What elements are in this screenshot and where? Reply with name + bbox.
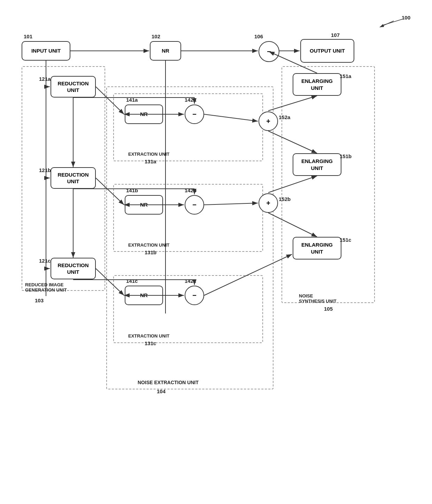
- svg-line-36: [383, 19, 402, 25]
- nr-141a-box: NR: [125, 104, 163, 124]
- extraction-unit-b-dashed: [113, 184, 263, 252]
- circle-142c: −: [185, 286, 204, 305]
- enlarging-unit-c-box: ENLARGING UNIT: [293, 237, 341, 259]
- extraction-label-c: EXTRACTION UNIT: [128, 333, 169, 339]
- ref-151c: 151c: [340, 237, 351, 243]
- ref-131c: 131c: [145, 340, 156, 346]
- ref-142b: 142b: [185, 187, 196, 193]
- output-unit-box: OUTPUT UNIT: [300, 39, 354, 63]
- ref-105: 105: [324, 306, 333, 312]
- ref-152b: 152b: [279, 196, 291, 202]
- ref-131a: 131a: [145, 158, 156, 164]
- ref-151a: 151a: [340, 73, 351, 79]
- ref-102: 102: [152, 33, 160, 39]
- ref-142c: 142c: [185, 278, 196, 284]
- extraction-label-b: EXTRACTION UNIT: [128, 242, 169, 248]
- ref-131b: 131b: [145, 249, 156, 255]
- ref-100: 100: [402, 15, 410, 21]
- circle-152a: +: [259, 111, 278, 131]
- ref-104: 104: [157, 388, 165, 394]
- ref-151b: 151b: [340, 153, 352, 159]
- circle-152b: +: [259, 193, 278, 213]
- ref-107: 107: [331, 32, 340, 38]
- ref-142a: 142a: [185, 97, 196, 103]
- reduced-image-gen-dashed: [22, 66, 105, 291]
- ref-141c: 141c: [126, 278, 138, 284]
- ref-103: 103: [35, 297, 44, 303]
- enlarging-unit-b-box: ENLARGING UNIT: [293, 153, 341, 176]
- noise-synthesis-dashed: [281, 66, 375, 303]
- extraction-label-a: EXTRACTION UNIT: [128, 152, 169, 157]
- circle-142a: −: [185, 104, 204, 124]
- ref-141a: 141a: [126, 97, 138, 103]
- ref-141b: 141b: [126, 187, 138, 193]
- ref-101: 101: [24, 33, 32, 39]
- nr-top-box: NR: [150, 41, 181, 61]
- extraction-unit-a-dashed: [113, 93, 263, 161]
- noise-extraction-label: NOISE EXTRACTION UNIT: [138, 380, 199, 385]
- enlarging-unit-a-box: ENLARGING UNIT: [293, 73, 341, 96]
- reduced-image-gen-label: REDUCED IMAGE GENERATION UNIT: [25, 282, 67, 293]
- circle-142b: −: [185, 195, 204, 215]
- input-unit-box: INPUT UNIT: [22, 41, 70, 61]
- ref-152a: 152a: [279, 114, 290, 120]
- ref-106: 106: [254, 33, 263, 39]
- svg-line-1: [380, 21, 394, 27]
- nr-141c-box: NR: [125, 286, 163, 305]
- noise-synthesis-label: NOISE SYNTHESIS UNIT: [299, 293, 337, 304]
- diagram: 100 INPUT UNIT 101 NR 102 − 106 OUTPUT U…: [0, 0, 432, 504]
- circle-106: −: [259, 41, 279, 62]
- nr-141b-box: NR: [125, 195, 163, 215]
